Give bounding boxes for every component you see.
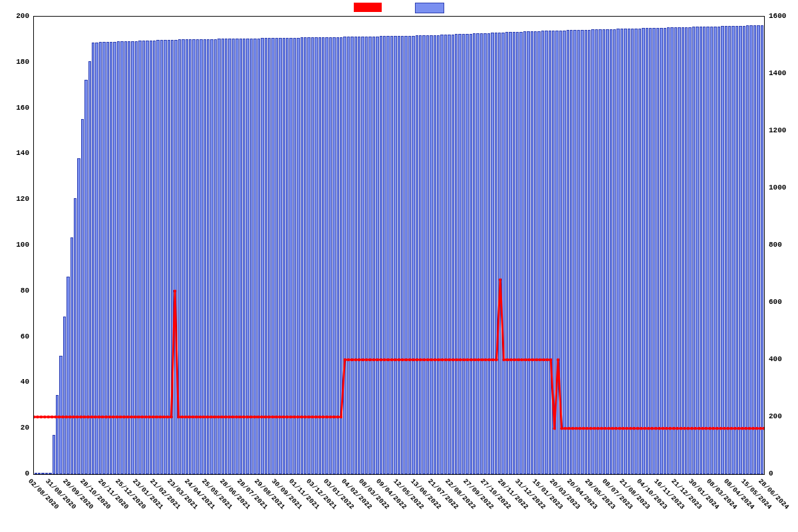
line-point (698, 427, 700, 430)
line-point (741, 427, 743, 430)
line-point (123, 416, 126, 418)
line-point (79, 416, 82, 418)
line-point (733, 427, 736, 430)
line-point (51, 416, 53, 418)
line-point (126, 416, 129, 418)
line-point (549, 358, 552, 361)
line-point (491, 358, 494, 361)
line-point (98, 416, 100, 418)
line-point (535, 358, 537, 361)
line-point (524, 358, 527, 361)
line-point (509, 358, 512, 361)
line-point (723, 427, 726, 430)
line-point (365, 358, 368, 361)
line-point (246, 416, 249, 418)
line-point (484, 358, 487, 361)
line-point (134, 416, 136, 418)
y-left-tick-label: 200 (0, 12, 32, 20)
line-point (213, 416, 216, 418)
line-point (441, 358, 444, 361)
line-point (227, 416, 230, 418)
line-point (347, 358, 350, 361)
line-point (311, 416, 313, 418)
line-point (105, 416, 108, 418)
line-point (148, 416, 151, 418)
line-point (394, 358, 396, 361)
line-point (144, 416, 147, 418)
line-point (676, 427, 678, 430)
line-point (456, 358, 458, 361)
line-point (405, 358, 408, 361)
y-left-tick-label: 80 (0, 287, 32, 295)
line-point (585, 427, 588, 430)
line-point (748, 427, 751, 430)
line-point (668, 427, 671, 430)
line-point (614, 427, 617, 430)
line-point (61, 416, 64, 418)
line-point (249, 416, 252, 418)
line-point (662, 427, 664, 430)
line-point (597, 427, 599, 430)
line-point (40, 416, 43, 418)
line-point (300, 416, 303, 418)
line-point (116, 416, 118, 418)
line-point (224, 416, 227, 418)
line-point (401, 358, 404, 361)
line-point (174, 290, 176, 293)
y-right-tick-label: 400 (766, 355, 798, 363)
line-point (589, 427, 592, 430)
legend-swatch-bars (415, 3, 444, 13)
line-point (708, 427, 711, 430)
line-point (625, 427, 628, 430)
line-point (47, 416, 50, 418)
line-point (199, 416, 201, 418)
line-point (119, 416, 122, 418)
y-right-tick-label: 200 (766, 412, 798, 420)
line-point (390, 358, 393, 361)
line-point (423, 358, 426, 361)
y-axis-left: 020406080100120140160180200 (0, 16, 32, 475)
line-point (141, 416, 144, 418)
line-point (343, 358, 346, 361)
line-point (604, 427, 606, 430)
line-point (575, 427, 577, 430)
line-point (231, 416, 234, 418)
line-point (34, 416, 35, 418)
line-point (687, 427, 690, 430)
line-point (108, 416, 111, 418)
line-point (434, 358, 436, 361)
line-point (376, 358, 378, 361)
line-series (34, 17, 764, 474)
y-left-tick-label: 20 (0, 424, 32, 432)
y-left-tick-label: 60 (0, 332, 32, 340)
line-point (54, 416, 57, 418)
line-point (336, 416, 338, 418)
line-point (654, 427, 657, 430)
line-point (683, 427, 686, 430)
line-point (156, 416, 158, 418)
plot-area (33, 16, 765, 475)
line-point (235, 416, 237, 418)
line-point (430, 358, 433, 361)
line-point (521, 358, 523, 361)
line-point (253, 416, 255, 418)
line-point (325, 416, 328, 418)
line-point (726, 427, 729, 430)
line-point (438, 358, 440, 361)
line-point (318, 416, 321, 418)
y-right-tick-label: 0 (766, 469, 798, 477)
line-point (763, 427, 764, 430)
line-point (499, 278, 501, 281)
line-point (426, 358, 429, 361)
line-point (112, 416, 114, 418)
line-point (202, 416, 205, 418)
line-point (43, 416, 46, 418)
y-left-tick-label: 100 (0, 241, 32, 249)
line-point (694, 427, 697, 430)
line-point (83, 416, 86, 418)
line-point (517, 358, 519, 361)
line-point (463, 358, 466, 361)
line-point (166, 416, 169, 418)
line-point (539, 358, 541, 361)
line-point (76, 416, 78, 418)
